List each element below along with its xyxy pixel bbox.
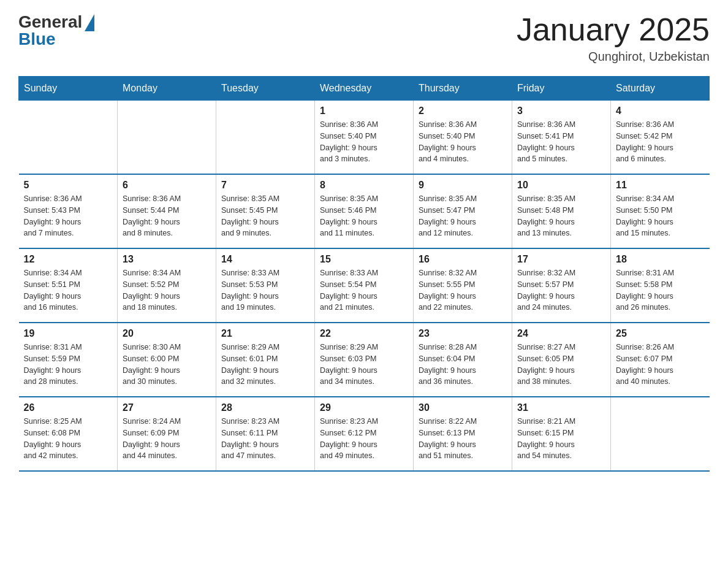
calendar-cell: 18Sunrise: 8:31 AM Sunset: 5:58 PM Dayli…: [611, 248, 710, 323]
weekday-header-thursday: Thursday: [414, 77, 512, 101]
day-number: 17: [517, 254, 605, 265]
calendar-cell: 6Sunrise: 8:36 AM Sunset: 5:44 PM Daylig…: [118, 174, 216, 248]
month-title: January 2025: [517, 12, 710, 47]
calendar-cell: 30Sunrise: 8:22 AM Sunset: 6:13 PM Dayli…: [414, 397, 512, 471]
calendar-cell: 15Sunrise: 8:33 AM Sunset: 5:54 PM Dayli…: [315, 248, 414, 323]
day-number: 6: [123, 180, 211, 191]
logo-blue-text: Blue: [18, 29, 56, 49]
calendar-cell: 8Sunrise: 8:35 AM Sunset: 5:46 PM Daylig…: [315, 174, 414, 248]
calendar-cell: 12Sunrise: 8:34 AM Sunset: 5:51 PM Dayli…: [19, 248, 118, 323]
day-number: 29: [320, 402, 408, 413]
day-number: 14: [221, 254, 309, 265]
weekday-header-monday: Monday: [118, 77, 216, 101]
day-info: Sunrise: 8:31 AM Sunset: 5:58 PM Dayligh…: [616, 267, 705, 313]
calendar-cell: 1Sunrise: 8:36 AM Sunset: 5:40 PM Daylig…: [315, 101, 414, 175]
calendar-week-3: 12Sunrise: 8:34 AM Sunset: 5:51 PM Dayli…: [19, 248, 710, 323]
day-number: 23: [419, 328, 507, 339]
calendar-cell: 17Sunrise: 8:32 AM Sunset: 5:57 PM Dayli…: [512, 248, 611, 323]
day-number: 18: [616, 254, 705, 265]
calendar-cell: 19Sunrise: 8:31 AM Sunset: 5:59 PM Dayli…: [19, 323, 118, 397]
calendar-cell: 11Sunrise: 8:34 AM Sunset: 5:50 PM Dayli…: [611, 174, 710, 248]
weekday-header-saturday: Saturday: [611, 77, 710, 101]
day-info: Sunrise: 8:36 AM Sunset: 5:40 PM Dayligh…: [419, 119, 507, 165]
day-info: Sunrise: 8:22 AM Sunset: 6:13 PM Dayligh…: [419, 416, 507, 462]
calendar-cell: 22Sunrise: 8:29 AM Sunset: 6:03 PM Dayli…: [315, 323, 414, 397]
calendar-table: SundayMondayTuesdayWednesdayThursdayFrid…: [18, 76, 710, 472]
day-number: 26: [24, 402, 113, 413]
calendar-cell: 31Sunrise: 8:21 AM Sunset: 6:15 PM Dayli…: [512, 397, 611, 471]
day-number: 19: [24, 328, 113, 339]
calendar-cell: 23Sunrise: 8:28 AM Sunset: 6:04 PM Dayli…: [414, 323, 512, 397]
day-info: Sunrise: 8:36 AM Sunset: 5:44 PM Dayligh…: [123, 193, 211, 239]
day-info: Sunrise: 8:25 AM Sunset: 6:08 PM Dayligh…: [24, 416, 113, 462]
day-info: Sunrise: 8:35 AM Sunset: 5:45 PM Dayligh…: [221, 193, 309, 239]
day-number: 15: [320, 254, 408, 265]
logo: General Blue: [18, 12, 94, 49]
day-info: Sunrise: 8:29 AM Sunset: 6:03 PM Dayligh…: [320, 342, 408, 388]
day-info: Sunrise: 8:23 AM Sunset: 6:11 PM Dayligh…: [221, 416, 309, 462]
day-info: Sunrise: 8:28 AM Sunset: 6:04 PM Dayligh…: [419, 342, 507, 388]
day-number: 21: [221, 328, 309, 339]
weekday-header-sunday: Sunday: [19, 77, 118, 101]
day-number: 4: [616, 105, 705, 117]
day-info: Sunrise: 8:34 AM Sunset: 5:52 PM Dayligh…: [123, 267, 211, 313]
day-number: 27: [123, 402, 211, 413]
day-number: 28: [221, 402, 309, 413]
calendar-cell: [118, 101, 216, 175]
day-number: 10: [517, 180, 605, 191]
day-number: 7: [221, 180, 309, 191]
calendar-cell: 14Sunrise: 8:33 AM Sunset: 5:53 PM Dayli…: [216, 248, 315, 323]
weekday-header-tuesday: Tuesday: [216, 77, 315, 101]
day-number: 22: [320, 328, 408, 339]
calendar-cell: 25Sunrise: 8:26 AM Sunset: 6:07 PM Dayli…: [611, 323, 710, 397]
day-number: 2: [419, 105, 507, 117]
calendar-cell: [611, 397, 710, 471]
calendar-cell: [216, 101, 315, 175]
calendar-cell: 10Sunrise: 8:35 AM Sunset: 5:48 PM Dayli…: [512, 174, 611, 248]
calendar-cell: 2Sunrise: 8:36 AM Sunset: 5:40 PM Daylig…: [414, 101, 512, 175]
day-info: Sunrise: 8:21 AM Sunset: 6:15 PM Dayligh…: [517, 416, 605, 462]
day-info: Sunrise: 8:36 AM Sunset: 5:43 PM Dayligh…: [24, 193, 113, 239]
day-info: Sunrise: 8:36 AM Sunset: 5:41 PM Dayligh…: [517, 119, 605, 165]
calendar-week-4: 19Sunrise: 8:31 AM Sunset: 5:59 PM Dayli…: [19, 323, 710, 397]
day-info: Sunrise: 8:30 AM Sunset: 6:00 PM Dayligh…: [123, 342, 211, 388]
day-info: Sunrise: 8:34 AM Sunset: 5:51 PM Dayligh…: [24, 267, 113, 313]
calendar-cell: 13Sunrise: 8:34 AM Sunset: 5:52 PM Dayli…: [118, 248, 216, 323]
day-number: 20: [123, 328, 211, 339]
day-number: 3: [517, 105, 605, 117]
title-section: January 2025 Qunghirot, Uzbekistan: [517, 12, 710, 64]
calendar-cell: 3Sunrise: 8:36 AM Sunset: 5:41 PM Daylig…: [512, 101, 611, 175]
day-info: Sunrise: 8:23 AM Sunset: 6:12 PM Dayligh…: [320, 416, 408, 462]
weekday-header-friday: Friday: [512, 77, 611, 101]
calendar-cell: 5Sunrise: 8:36 AM Sunset: 5:43 PM Daylig…: [19, 174, 118, 248]
page-header: General Blue January 2025 Qunghirot, Uzb…: [18, 12, 710, 64]
calendar-cell: 21Sunrise: 8:29 AM Sunset: 6:01 PM Dayli…: [216, 323, 315, 397]
day-info: Sunrise: 8:24 AM Sunset: 6:09 PM Dayligh…: [123, 416, 211, 462]
day-number: 24: [517, 328, 605, 339]
day-info: Sunrise: 8:35 AM Sunset: 5:48 PM Dayligh…: [517, 193, 605, 239]
day-info: Sunrise: 8:29 AM Sunset: 6:01 PM Dayligh…: [221, 342, 309, 388]
calendar-cell: 27Sunrise: 8:24 AM Sunset: 6:09 PM Dayli…: [118, 397, 216, 471]
weekday-header-wednesday: Wednesday: [315, 77, 414, 101]
day-number: 11: [616, 180, 705, 191]
day-info: Sunrise: 8:34 AM Sunset: 5:50 PM Dayligh…: [616, 193, 705, 239]
day-number: 8: [320, 180, 408, 191]
day-number: 1: [320, 105, 408, 117]
logo-triangle-icon: [85, 14, 94, 31]
calendar-body: 1Sunrise: 8:36 AM Sunset: 5:40 PM Daylig…: [19, 101, 710, 472]
weekday-header-row: SundayMondayTuesdayWednesdayThursdayFrid…: [19, 77, 710, 101]
day-info: Sunrise: 8:33 AM Sunset: 5:54 PM Dayligh…: [320, 267, 408, 313]
day-number: 12: [24, 254, 113, 265]
day-number: 31: [517, 402, 605, 413]
day-info: Sunrise: 8:32 AM Sunset: 5:55 PM Dayligh…: [419, 267, 507, 313]
calendar-cell: 20Sunrise: 8:30 AM Sunset: 6:00 PM Dayli…: [118, 323, 216, 397]
day-number: 30: [419, 402, 507, 413]
calendar-week-2: 5Sunrise: 8:36 AM Sunset: 5:43 PM Daylig…: [19, 174, 710, 248]
day-info: Sunrise: 8:27 AM Sunset: 6:05 PM Dayligh…: [517, 342, 605, 388]
day-number: 5: [24, 180, 113, 191]
calendar-cell: [19, 101, 118, 175]
calendar-cell: 7Sunrise: 8:35 AM Sunset: 5:45 PM Daylig…: [216, 174, 315, 248]
calendar-cell: 26Sunrise: 8:25 AM Sunset: 6:08 PM Dayli…: [19, 397, 118, 471]
day-number: 16: [419, 254, 507, 265]
calendar-cell: 28Sunrise: 8:23 AM Sunset: 6:11 PM Dayli…: [216, 397, 315, 471]
